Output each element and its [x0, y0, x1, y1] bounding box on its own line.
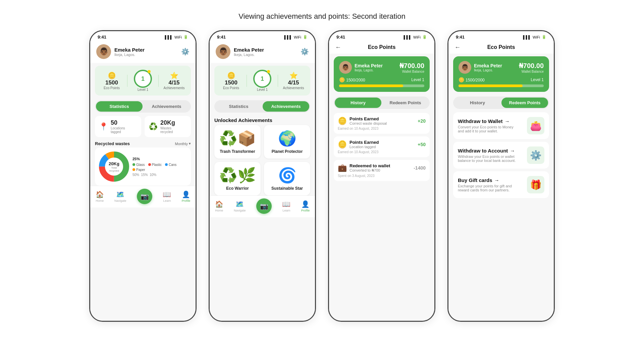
nav-navigate-1[interactable]: 🗺️ Navigate	[114, 190, 126, 202]
phone-2: 9:41 ▌▌▌ WiFi 🔋 👨🏾 Emeka Peter Ikeja, La…	[209, 30, 316, 322]
nav-learn-1[interactable]: 📖 Learn	[163, 190, 171, 202]
recycle-icon: ♻️	[149, 122, 158, 131]
status-icons-3: ▌▌▌ WiFi 🔋	[404, 35, 427, 39]
redeem-withdraw-account[interactable]: Withdraw to Account → Withdraw your Eco …	[453, 142, 549, 169]
eco-points-title-3: Eco Points	[368, 44, 396, 50]
status-bar-1: 9:41 ▌▌▌ WiFi 🔋	[90, 31, 196, 41]
nav-home-1[interactable]: 🏠 Home	[96, 190, 104, 202]
page-title: Viewing achievements and points: Second …	[238, 12, 405, 21]
battery-icon: 🔋	[183, 35, 188, 39]
account-redeem-icon: ⚙️	[527, 146, 544, 164]
history-item-1: 🪙 Points Earned Location tagged +50 Earn…	[334, 136, 430, 157]
back-btn-4[interactable]: ←	[454, 44, 461, 51]
achievement-sustainable-star: 🌀 Sustainable Star	[264, 162, 310, 195]
achievement-planet-protector: 🌍 Planet Protector	[264, 125, 310, 159]
nav-center-2[interactable]: 📷	[256, 198, 272, 214]
trash-transformer-icon: ♻️📦	[219, 130, 256, 147]
eco-tab-row-4: History Redeem Points	[453, 97, 549, 109]
wallet-redeem-icon: 👛	[527, 117, 544, 134]
nav-center-1[interactable]: 📷	[137, 189, 152, 204]
avatar-1: 👨🏾	[96, 44, 111, 59]
level-circle-2: 1	[253, 70, 271, 88]
status-bar-2: 9:41 ▌▌▌ WiFi 🔋	[210, 31, 315, 41]
redeem-tab-3[interactable]: Redeem Points	[382, 98, 429, 108]
eco-green-card-4: 👨🏾 Emeka Peter Ikeja, Lagos. ₦700.00 Wal…	[453, 56, 549, 92]
tab-achievements-1[interactable]: Achievements	[143, 101, 190, 112]
eco-warrior-label: Eco Warrior	[226, 186, 249, 191]
stats-card-2: 🪙 1500 Eco Points 1 Level 1 ⭐ 4/15 Ach	[214, 66, 310, 96]
wifi-icon: WiFi	[174, 35, 182, 39]
pct-25: 25%	[132, 157, 140, 161]
eco-progress-fill-3	[339, 84, 403, 87]
eco-header-4: ← Eco Points	[448, 41, 554, 54]
nav-learn-2[interactable]: 📖 Learn	[282, 200, 290, 212]
eco-progress-fill-4	[459, 84, 523, 87]
wifi-icon-4: WiFi	[533, 35, 540, 39]
achievement-eco-warrior: ♻️🌿 Eco Warrior	[214, 162, 261, 195]
signal-icon-4: ▌▌▌	[523, 35, 531, 39]
nav-profile-2[interactable]: 👤 Profile	[301, 200, 310, 212]
battery-icon-3: 🔋	[422, 35, 427, 39]
wifi-icon-3: WiFi	[413, 35, 421, 39]
redeem-gift-cards[interactable]: Buy Gift cards → Exchange your points fo…	[453, 171, 549, 198]
eco-warrior-icon: ♻️🌿	[219, 167, 256, 184]
time-4: 9:41	[456, 35, 465, 40]
screen-4: ← Eco Points 👨🏾 Emeka Peter Ikeja, Lagos…	[448, 41, 554, 321]
history-item-0: 🪙 Points Earned Correct waste disposal +…	[334, 113, 430, 134]
status-icons-2: ▌▌▌ WiFi 🔋	[284, 35, 308, 39]
nav-navigate-2[interactable]: 🗺️ Navigate	[234, 200, 246, 212]
avatar-2: 👨🏾	[216, 44, 230, 59]
learn-icon-2: 📖	[282, 200, 290, 208]
recycled-header: Recycled wastes Monthly ▾	[90, 138, 196, 147]
monthly-filter[interactable]: Monthly ▾	[175, 141, 191, 146]
tab-achievements-2[interactable]: Achievements	[263, 101, 309, 112]
level-circle-1: 1	[134, 70, 152, 88]
learn-icon: 📖	[163, 190, 171, 198]
pie-area: 20Kg Total recycled 25% Glass Plastic Ca…	[95, 147, 191, 186]
eco-points-title-4: Eco Points	[487, 44, 515, 50]
phone-3: 9:41 ▌▌▌ WiFi 🔋 ← Eco Points 👨🏾 Emeka Pe…	[328, 30, 435, 322]
planet-protector-label: Planet Protector	[272, 149, 303, 154]
wallet-icon: 💼	[338, 164, 347, 172]
redeem-list: Withdraw to Wallet → Convert your Eco po…	[448, 111, 554, 199]
navigate-icon: 🗺️	[116, 190, 124, 198]
screen-2: 👨🏾 Emeka Peter Ikeja, Lagos. ⚙️ 🪙 1500 E…	[210, 41, 315, 321]
time-1: 9:41	[98, 35, 106, 40]
nav-profile-1[interactable]: 👤 Profile	[182, 190, 191, 202]
points-icon-0: 🪙	[338, 117, 347, 125]
screen-3: ← Eco Points 👨🏾 Emeka Peter Ikeja, Lagos…	[329, 41, 434, 321]
phone-4: 9:41 ▌▌▌ WiFi 🔋 ← Eco Points 👨🏾 Emeka Pe…	[447, 30, 555, 322]
history-list-3: 🪙 Points Earned Correct waste disposal +…	[329, 111, 434, 183]
arrow-icon-1: →	[504, 118, 509, 124]
signal-icon: ▌▌▌	[165, 35, 173, 39]
nav-home-2[interactable]: 🏠 Home	[215, 200, 223, 212]
history-tab-4[interactable]: History	[454, 98, 501, 108]
settings-icon-2[interactable]: ⚙️	[301, 48, 309, 56]
redeem-withdraw-wallet[interactable]: Withdraw to Wallet → Convert your Eco po…	[453, 112, 549, 139]
settings-icon-1[interactable]: ⚙️	[181, 48, 190, 56]
planet-protector-icon: 🌍	[278, 130, 297, 147]
bottom-nav-1: 🏠 Home 🗺️ Navigate 📷 📖 Learn 👤 Profile	[90, 186, 196, 207]
battery-icon-2: 🔋	[303, 35, 308, 39]
time-3: 9:41	[336, 35, 345, 40]
profile-icon-2: 👤	[301, 200, 310, 208]
redeem-tab-4[interactable]: Redeem Points	[501, 98, 548, 108]
history-tab-3[interactable]: History	[335, 98, 381, 108]
bottom-nav-2: 🏠 Home 🗺️ Navigate 📷 📖 Learn 👤 Profile	[210, 195, 315, 217]
eco-avatar-4: 👨🏾	[459, 61, 471, 74]
back-btn-3[interactable]: ←	[335, 44, 341, 51]
achievements-grid: ♻️📦 Trash Transformer 🌍 Planet Protector…	[210, 125, 315, 195]
profile-location-1: Ikeja, Lagos.	[114, 53, 145, 57]
eco-header-3: ← Eco Points	[329, 41, 434, 54]
profile-header-2: 👨🏾 Emeka Peter Ikeja, Lagos. ⚙️	[210, 41, 315, 63]
tab-row-1: Statistics Achievements	[95, 100, 191, 113]
profile-name-1: Emeka Peter	[114, 47, 145, 53]
profile-location-2: Ikeja, Lagos.	[234, 53, 264, 57]
tab-statistics-1[interactable]: Statistics	[96, 101, 143, 112]
stats-card-1: 🪙 1500 Eco Points 1 Level 1 ⭐ 4/15 Ach	[95, 66, 191, 96]
history-item-2: 💼 Redeemed to wallet Converted to ₦700 -…	[334, 160, 430, 181]
home-icon: 🏠	[96, 190, 104, 198]
unlocked-title: Unlocked Achievements	[210, 115, 315, 125]
tab-statistics-2[interactable]: Statistics	[215, 101, 262, 112]
achievement-trash-transformer: ♻️📦 Trash Transformer	[214, 125, 261, 159]
